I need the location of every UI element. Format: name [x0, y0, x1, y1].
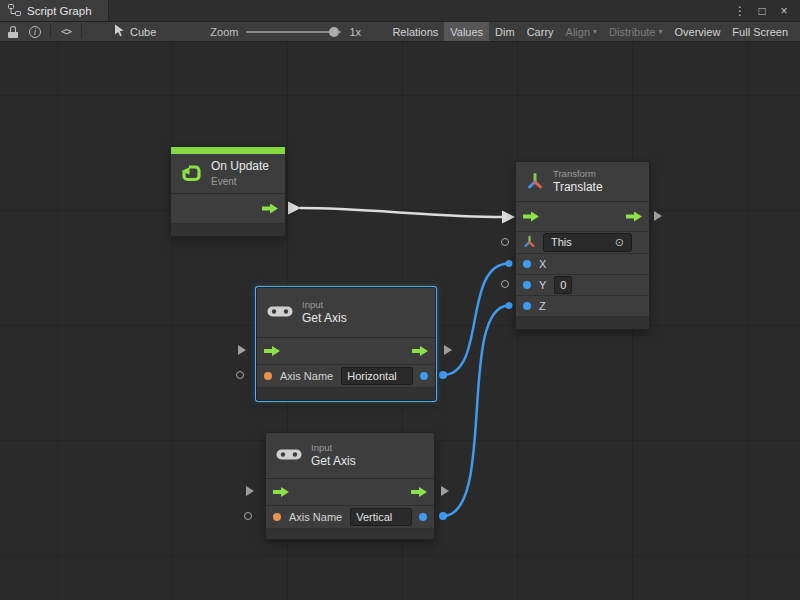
zoom-slider-handle[interactable] [329, 27, 339, 37]
node-category: Input [302, 299, 347, 311]
control-input-port[interactable] [523, 212, 539, 222]
node-get-axis-vertical[interactable]: Input Get Axis Axis Name Vertical [265, 432, 435, 540]
node-title: On Update [211, 159, 269, 175]
this-object-field[interactable]: This ⊙ [543, 233, 632, 251]
wire-onupdate-to-translate[interactable] [300, 208, 504, 217]
axis-name-row: Axis Name Horizontal [257, 365, 435, 388]
window-menu-button[interactable]: ⋮ [732, 5, 748, 17]
align-dropdown[interactable]: Align ▾ [560, 22, 603, 41]
control-row [171, 194, 285, 224]
align-label: Align [566, 26, 590, 38]
control-input-port[interactable] [264, 346, 280, 356]
wire-endpoint-dot[interactable] [439, 512, 447, 520]
external-value-input-port[interactable] [236, 371, 244, 379]
external-y-input-port[interactable] [501, 280, 509, 288]
zoom-slider-track [246, 31, 341, 33]
node-title: Get Axis [302, 311, 347, 327]
wire-vertical-to-z[interactable] [443, 306, 509, 517]
gamepad-icon [276, 447, 302, 464]
zoom-slider[interactable] [246, 26, 341, 38]
node-transform-translate[interactable]: Transform Translate This ⊙ X [515, 161, 650, 330]
wire-endpoint-dot[interactable] [506, 260, 513, 267]
on-update-loop-icon [181, 163, 202, 185]
port-label-z: Z [539, 300, 546, 312]
carry-button[interactable]: Carry [521, 22, 560, 41]
control-input-port[interactable] [273, 487, 289, 497]
window-titlebar: Script Graph ⋮ □ × [0, 0, 800, 22]
node-subtitle: Event [211, 175, 269, 188]
event-accent-bar [171, 147, 285, 154]
external-control-input-port[interactable] [246, 486, 254, 496]
overview-button[interactable]: Overview [669, 22, 727, 41]
y-port-row: Y 0 [516, 275, 649, 296]
node-header: On Update Event [171, 154, 285, 194]
wire-start-arrow [288, 202, 301, 215]
axis-name-input-port[interactable] [264, 372, 272, 380]
script-graph-icon [8, 4, 21, 18]
zoom-value: 1x [349, 26, 361, 38]
object-picker-icon[interactable]: ⊙ [615, 235, 624, 249]
control-output-port[interactable] [262, 204, 278, 214]
chevron-down-icon: ▾ [659, 27, 663, 36]
node-get-axis-horizontal[interactable]: Input Get Axis Axis Name Horizontal [256, 287, 436, 401]
transform-gizmo-icon [526, 172, 544, 192]
axis-name-input-port[interactable] [273, 513, 281, 521]
node-category: Input [311, 442, 356, 454]
graph-canvas[interactable]: On Update Event Transform Translate [0, 42, 800, 600]
wire-endpoint-dot[interactable] [439, 371, 447, 379]
dim-button[interactable]: Dim [489, 22, 521, 41]
toolbar-separator [50, 25, 51, 38]
y-value-field[interactable]: 0 [554, 276, 572, 294]
fullscreen-button[interactable]: Full Screen [726, 22, 794, 41]
tab-title: Script Graph [27, 5, 92, 17]
lock-icon[interactable] [6, 24, 20, 40]
control-row [257, 338, 435, 365]
window-close-button[interactable]: × [776, 5, 792, 17]
x-port-row: X [516, 254, 649, 275]
pointer-icon [114, 24, 125, 39]
control-row [516, 202, 649, 232]
control-output-port[interactable] [412, 346, 428, 356]
code-icon[interactable]: <> [59, 24, 73, 40]
tab-script-graph[interactable]: Script Graph [0, 0, 109, 21]
control-output-port[interactable] [626, 212, 642, 222]
graph-target-breadcrumb[interactable]: Cube [114, 24, 156, 39]
axis-name-field[interactable]: Vertical [350, 508, 412, 526]
node-footer [266, 529, 434, 539]
this-row: This ⊙ [516, 232, 649, 254]
window-maximize-button[interactable]: □ [754, 5, 770, 17]
node-footer [516, 317, 649, 329]
relations-button[interactable]: Relations [386, 22, 444, 41]
control-output-port[interactable] [411, 487, 427, 497]
gamepad-icon [267, 304, 293, 321]
values-button[interactable]: Values [444, 22, 489, 41]
graph-toolbar: i <> Cube Zoom 1x Relations Values Dim C… [0, 22, 800, 42]
z-input-port[interactable] [523, 302, 531, 310]
axis-value-output-port[interactable] [420, 372, 428, 380]
transform-gizmo-icon [523, 235, 536, 250]
external-control-output-port[interactable] [444, 345, 452, 355]
axis-name-field[interactable]: Horizontal [341, 367, 413, 385]
external-control-output-port[interactable] [654, 211, 662, 221]
wire-endpoint-dot[interactable] [506, 302, 513, 309]
wire-horizontal-to-x[interactable] [443, 264, 509, 376]
target-name: Cube [130, 26, 156, 38]
node-on-update-event[interactable]: On Update Event [170, 146, 286, 237]
port-label-y: Y [539, 279, 546, 291]
this-object-value: This [551, 235, 572, 249]
x-input-port[interactable] [523, 260, 531, 268]
external-control-input-port[interactable] [238, 345, 246, 355]
y-input-port[interactable] [523, 281, 531, 289]
node-title: Get Axis [311, 454, 356, 470]
chevron-down-icon: ▾ [593, 27, 597, 36]
distribute-label: Distribute [609, 26, 655, 38]
external-control-output-port[interactable] [441, 486, 449, 496]
external-value-input-port[interactable] [244, 512, 252, 520]
info-icon[interactable]: i [28, 24, 42, 40]
axis-value-output-port[interactable] [419, 513, 427, 521]
z-port-row: Z [516, 296, 649, 317]
axis-name-label: Axis Name [289, 511, 342, 523]
external-this-input-port[interactable] [501, 238, 509, 246]
window-controls: ⋮ □ × [732, 0, 800, 21]
distribute-dropdown[interactable]: Distribute ▾ [603, 22, 668, 41]
